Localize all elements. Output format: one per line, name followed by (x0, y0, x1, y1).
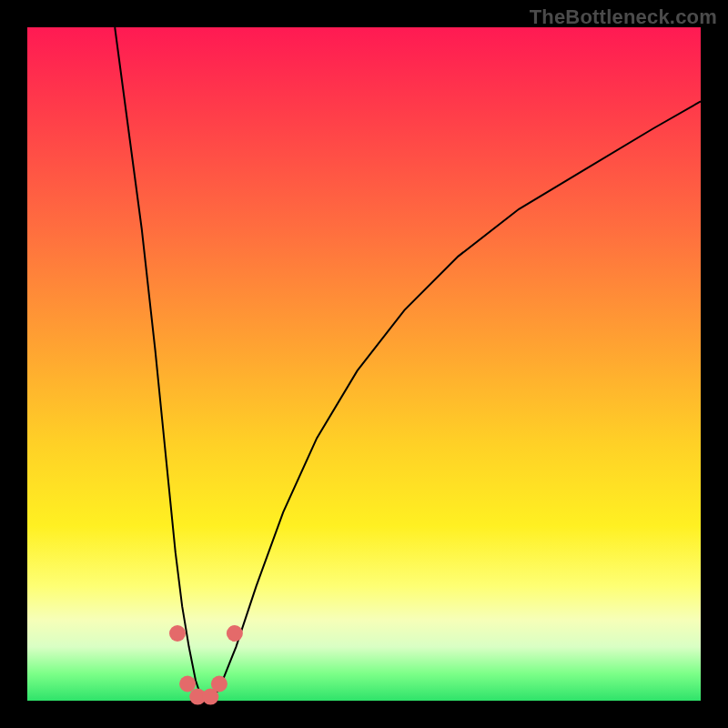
highlight-dot (179, 676, 196, 693)
plot-area (27, 27, 701, 701)
bottleneck-curve (115, 27, 701, 701)
highlight-dot (227, 625, 243, 642)
bottleneck-curve-path (115, 27, 701, 701)
curve-svg (27, 27, 701, 701)
watermark-text: TheBottleneck.com (530, 5, 717, 29)
highlight-dots (169, 625, 243, 705)
highlight-dot (211, 676, 228, 693)
highlight-dot (169, 625, 186, 642)
chart-frame: TheBottleneck.com (0, 0, 728, 728)
